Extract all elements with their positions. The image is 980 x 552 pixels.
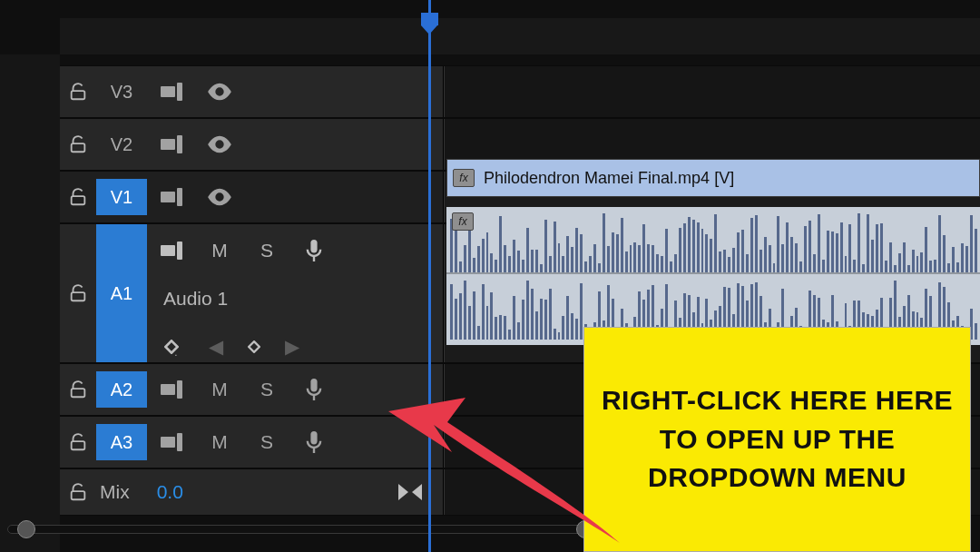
fx-badge-icon[interactable]: fx [453, 169, 475, 187]
svg-rect-6 [72, 196, 85, 204]
svg-rect-10 [161, 245, 175, 256]
svg-rect-13 [313, 256, 315, 261]
solo-button[interactable]: S [254, 377, 279, 402]
visibility-eye-icon[interactable] [207, 79, 232, 104]
lock-icon[interactable] [65, 132, 91, 157]
solo-button[interactable]: S [254, 429, 279, 455]
svg-rect-12 [310, 240, 317, 252]
svg-rect-1 [161, 86, 175, 97]
audio-clip[interactable]: fx [446, 207, 980, 345]
track-label-a3[interactable]: A3 [96, 424, 147, 460]
lock-icon[interactable] [65, 377, 91, 402]
lock-icon[interactable] [65, 79, 91, 104]
mix-label: Mix [100, 481, 130, 503]
zoom-handle-left[interactable] [17, 520, 35, 538]
svg-rect-16 [177, 380, 182, 399]
keyframe-diamond-icon[interactable]: . [160, 334, 185, 360]
left-gutter [0, 54, 60, 552]
mute-button[interactable]: M [207, 429, 232, 455]
svg-rect-8 [177, 188, 182, 206]
prev-keyframe-icon[interactable]: ◀ [203, 334, 229, 360]
add-keyframe-icon[interactable] [241, 334, 267, 360]
fx-badge-icon[interactable]: fx [452, 212, 474, 231]
lock-icon[interactable] [65, 184, 91, 210]
track-label-a2[interactable]: A2 [96, 371, 147, 408]
lock-icon[interactable] [65, 281, 91, 306]
annotation-arrow [370, 361, 642, 552]
solo-button[interactable]: S [254, 238, 279, 263]
track-label-v3[interactable]: V3 [96, 74, 147, 110]
voiceover-mic-icon[interactable] [301, 429, 327, 455]
svg-rect-18 [313, 395, 315, 400]
track-label-v2[interactable]: V2 [96, 126, 147, 163]
insert-overwrite-icon[interactable] [160, 377, 185, 402]
track-row-v3: V3 [60, 65, 980, 118]
video-clip[interactable]: fx Philodendron Mamei Final.mp4 [V] [446, 159, 980, 197]
waveform-left [446, 209, 980, 272]
svg-rect-4 [161, 139, 175, 150]
mix-value[interactable]: 0.0 [157, 481, 183, 503]
insert-overwrite-icon[interactable] [160, 79, 185, 104]
svg-rect-23 [313, 448, 315, 453]
svg-rect-9 [72, 292, 85, 301]
svg-rect-3 [72, 143, 85, 152]
mute-button[interactable]: M [207, 238, 232, 263]
svg-rect-17 [310, 379, 317, 391]
voiceover-mic-icon[interactable] [301, 238, 327, 263]
track-lane-v3[interactable] [444, 66, 980, 117]
visibility-eye-icon[interactable] [207, 184, 232, 210]
mute-button[interactable]: M [207, 377, 232, 402]
track-label-v1[interactable]: V1 [96, 179, 147, 215]
insert-overwrite-icon[interactable] [160, 238, 185, 263]
visibility-eye-icon[interactable] [207, 132, 232, 157]
svg-rect-11 [177, 242, 182, 260]
lock-icon[interactable] [65, 479, 91, 505]
lock-icon[interactable] [65, 429, 91, 455]
insert-overwrite-icon[interactable] [160, 429, 185, 455]
voiceover-mic-icon[interactable] [301, 377, 327, 402]
insert-overwrite-icon[interactable] [160, 184, 185, 210]
svg-rect-2 [177, 83, 182, 101]
svg-rect-5 [177, 135, 182, 153]
svg-rect-22 [310, 431, 317, 444]
svg-rect-15 [161, 384, 175, 395]
next-keyframe-icon[interactable]: ▶ [279, 334, 305, 360]
insert-overwrite-icon[interactable] [160, 132, 185, 157]
svg-rect-0 [72, 91, 85, 99]
svg-rect-19 [72, 441, 85, 449]
track-label-a1[interactable]: A1 [96, 224, 147, 362]
audio-track-name: Audio 1 [163, 288, 228, 310]
svg-rect-24 [72, 491, 85, 499]
video-clip-name: Philodendron Mamei Final.mp4 [V] [484, 169, 734, 188]
svg-rect-20 [161, 437, 175, 448]
time-ruler[interactable] [60, 18, 980, 54]
svg-rect-21 [177, 433, 182, 451]
svg-rect-14 [72, 389, 85, 397]
svg-rect-7 [161, 192, 175, 202]
